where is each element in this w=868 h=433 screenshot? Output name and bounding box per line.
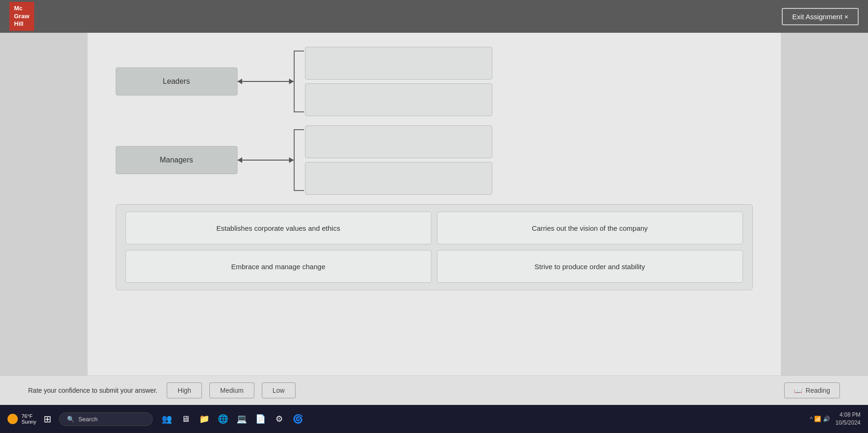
taskbar-icon-monitor[interactable]: 🖥 bbox=[179, 412, 192, 426]
start-button[interactable]: ⊞ bbox=[40, 411, 55, 426]
exit-assignment-button[interactable]: Exit Assignment × bbox=[782, 8, 859, 25]
low-confidence-button[interactable]: Low bbox=[262, 382, 296, 398]
taskbar-icons: 👥 🖥 📁 🌐 💻 📄 ⚙ 🌀 bbox=[160, 412, 304, 426]
option-item-1[interactable]: Establishes corporate values and ethics bbox=[126, 212, 431, 244]
bottom-bar: Rate your confidence to submit your answ… bbox=[0, 375, 868, 405]
option-item-2[interactable]: Carries out the vision of the company bbox=[437, 212, 743, 244]
taskbar: 76°F Sunny ⊞ 🔍 Search 👥 🖥 📁 🌐 💻 📄 ⚙ 🌀 ^ … bbox=[0, 405, 868, 433]
weather-temp: 76°F bbox=[22, 413, 36, 419]
managers-drop-targets bbox=[294, 125, 492, 195]
leaders-drop-box-2[interactable] bbox=[305, 83, 492, 116]
taskbar-search[interactable]: 🔍 Search bbox=[59, 412, 153, 426]
system-tray-icons: ^ 📶 🔊 bbox=[810, 416, 830, 422]
main-content: Leaders Managers Establishes corporate v… bbox=[88, 33, 781, 405]
managers-group: Managers bbox=[116, 125, 753, 195]
taskbar-icon-settings[interactable]: ⚙ bbox=[273, 412, 286, 426]
taskbar-icon-word[interactable]: 📄 bbox=[254, 412, 267, 426]
clock: 4:08 PM 10/5/2024 bbox=[836, 411, 861, 427]
taskbar-date: 10/5/2024 bbox=[836, 419, 861, 427]
option-item-3[interactable]: Embrace and manage change bbox=[126, 250, 431, 283]
weather-sun-icon bbox=[7, 414, 18, 424]
taskbar-icon-dell[interactable]: 💻 bbox=[235, 412, 248, 426]
taskbar-icon-edge[interactable]: 🌀 bbox=[291, 412, 304, 426]
mcgraw-hill-logo: Mc Graw Hill bbox=[9, 2, 34, 31]
managers-drop-box-2[interactable] bbox=[305, 162, 492, 195]
weather-info: 76°F Sunny bbox=[22, 413, 36, 425]
taskbar-icon-folder[interactable]: 📁 bbox=[198, 412, 211, 426]
reading-icon: 📖 bbox=[794, 387, 802, 394]
taskbar-time: 4:08 PM bbox=[836, 411, 861, 419]
medium-confidence-button[interactable]: Medium bbox=[209, 382, 254, 398]
option-item-4[interactable]: Strive to produce order and stability bbox=[437, 250, 743, 283]
managers-arrow bbox=[237, 160, 294, 161]
leaders-drop-targets bbox=[294, 47, 492, 116]
options-container: Establishes corporate values and ethics … bbox=[116, 204, 753, 290]
taskbar-weather: 76°F Sunny bbox=[7, 413, 36, 425]
leaders-drop-box-1[interactable] bbox=[305, 47, 492, 80]
taskbar-icon-globe[interactable]: 🌐 bbox=[216, 412, 230, 426]
taskbar-icon-people[interactable]: 👥 bbox=[160, 412, 173, 426]
managers-label-box: Managers bbox=[116, 146, 237, 174]
confidence-label: Rate your confidence to submit your answ… bbox=[28, 387, 157, 394]
leaders-arrow bbox=[237, 81, 294, 82]
leaders-group: Leaders bbox=[116, 47, 753, 116]
weather-desc: Sunny bbox=[22, 419, 36, 425]
leaders-label-box: Leaders bbox=[116, 67, 237, 95]
taskbar-system-tray: ^ 📶 🔊 4:08 PM 10/5/2024 bbox=[810, 411, 861, 427]
search-label: Search bbox=[78, 416, 97, 423]
search-icon: 🔍 bbox=[67, 416, 74, 423]
managers-drop-box-1[interactable] bbox=[305, 125, 492, 158]
reading-button[interactable]: 📖 Reading bbox=[784, 382, 840, 398]
top-bar: Mc Graw Hill Exit Assignment × bbox=[0, 0, 868, 33]
high-confidence-button[interactable]: High bbox=[167, 382, 202, 398]
